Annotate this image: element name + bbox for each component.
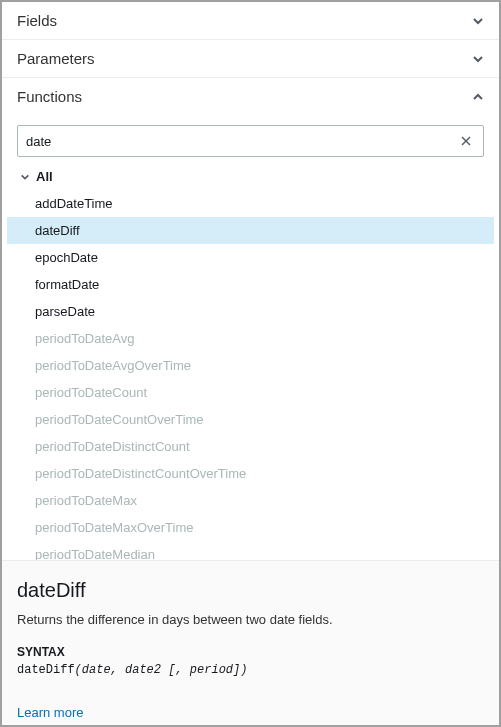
section-parameters[interactable]: Parameters	[2, 40, 499, 78]
chevron-down-icon	[472, 53, 484, 65]
function-item: periodToDateDistinctCountOverTime	[7, 460, 494, 487]
function-item[interactable]: formatDate	[7, 271, 494, 298]
section-functions[interactable]: Functions	[2, 78, 499, 115]
chevron-down-icon	[20, 172, 30, 182]
detail-description: Returns the difference in days between t…	[17, 612, 484, 627]
functions-list[interactable]: addDateTimedateDiffepochDateformatDatepa…	[7, 190, 494, 560]
function-item[interactable]: addDateTime	[7, 190, 494, 217]
search-input[interactable]	[26, 134, 457, 149]
search-row	[2, 115, 499, 163]
function-item: periodToDateDistinctCount	[7, 433, 494, 460]
function-item[interactable]: dateDiff	[7, 217, 494, 244]
function-item: periodToDateCount	[7, 379, 494, 406]
syntax-fn: dateDiff	[17, 663, 75, 677]
function-item[interactable]: epochDate	[7, 244, 494, 271]
category-all[interactable]: All	[2, 163, 499, 190]
function-item: periodToDateMedian	[7, 541, 494, 560]
detail-panel: dateDiff Returns the difference in days …	[2, 560, 499, 727]
function-item: periodToDateMax	[7, 487, 494, 514]
function-item: periodToDateCountOverTime	[7, 406, 494, 433]
function-item[interactable]: parseDate	[7, 298, 494, 325]
detail-title: dateDiff	[17, 579, 484, 602]
section-functions-title: Functions	[17, 88, 82, 105]
clear-search-icon[interactable]	[457, 134, 475, 148]
section-fields[interactable]: Fields	[2, 2, 499, 40]
function-item: periodToDateMaxOverTime	[7, 514, 494, 541]
syntax-label: SYNTAX	[17, 645, 484, 659]
chevron-up-icon	[472, 91, 484, 103]
chevron-down-icon	[472, 15, 484, 27]
function-item: periodToDateAvgOverTime	[7, 352, 494, 379]
section-parameters-title: Parameters	[17, 50, 95, 67]
section-fields-title: Fields	[17, 12, 57, 29]
syntax-code: dateDiff(date, date2 [, period])	[17, 663, 484, 677]
functions-body: All addDateTimedateDiffepochDateformatDa…	[2, 115, 499, 560]
syntax-args: (date, date2 [, period])	[75, 663, 248, 677]
category-label: All	[36, 169, 53, 184]
function-item: periodToDateAvg	[7, 325, 494, 352]
learn-more-link[interactable]: Learn more	[17, 705, 484, 720]
search-wrap[interactable]	[17, 125, 484, 157]
